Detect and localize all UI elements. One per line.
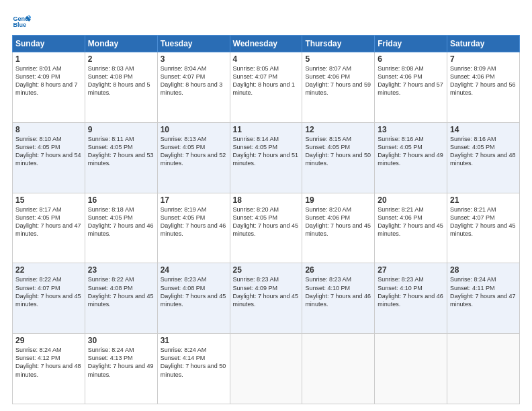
day-number: 10	[161, 125, 227, 134]
calendar-header-monday: Monday	[85, 36, 157, 52]
day-number: 7	[450, 54, 517, 64]
cell-info: Sunrise: 8:05 AMSunset: 4:07 PMDaylight:…	[233, 64, 300, 97]
cell-info: Sunrise: 8:07 AMSunset: 4:06 PMDaylight:…	[305, 64, 371, 97]
cell-info: Sunrise: 8:24 AMSunset: 4:11 PMDaylight:…	[450, 275, 517, 308]
cell-info: Sunrise: 8:22 AMSunset: 4:08 PMDaylight:…	[88, 275, 154, 308]
cell-info: Sunrise: 8:08 AMSunset: 4:06 PMDaylight:…	[378, 64, 444, 97]
calendar-cell: 17Sunrise: 8:19 AMSunset: 4:05 PMDayligh…	[157, 193, 230, 263]
calendar-cell: 14Sunrise: 8:16 AMSunset: 4:05 PMDayligh…	[447, 122, 520, 193]
day-number: 6	[378, 54, 444, 64]
calendar-cell: 18Sunrise: 8:20 AMSunset: 4:05 PMDayligh…	[230, 193, 302, 263]
calendar-header-thursday: Thursday	[302, 36, 375, 52]
cell-info: Sunrise: 8:24 AMSunset: 4:13 PMDaylight:…	[88, 346, 154, 379]
calendar-cell: 7Sunrise: 8:09 AMSunset: 4:06 PMDaylight…	[447, 52, 520, 123]
calendar-cell: 2Sunrise: 8:03 AMSunset: 4:08 PMDaylight…	[85, 52, 157, 123]
calendar-cell: 10Sunrise: 8:13 AMSunset: 4:05 PMDayligh…	[157, 122, 230, 193]
cell-info: Sunrise: 8:10 AMSunset: 4:05 PMDaylight:…	[15, 135, 82, 168]
day-number: 9	[88, 125, 154, 134]
day-number: 29	[15, 336, 82, 345]
calendar-cell: 13Sunrise: 8:16 AMSunset: 4:05 PMDayligh…	[375, 122, 447, 193]
calendar-cell: 5Sunrise: 8:07 AMSunset: 4:06 PMDaylight…	[302, 52, 375, 123]
cell-info: Sunrise: 8:24 AMSunset: 4:14 PMDaylight:…	[161, 346, 227, 379]
calendar-cell	[230, 334, 302, 404]
day-number: 4	[233, 54, 300, 64]
cell-info: Sunrise: 8:18 AMSunset: 4:05 PMDaylight:…	[88, 205, 154, 238]
calendar-cell: 15Sunrise: 8:17 AMSunset: 4:05 PMDayligh…	[13, 193, 85, 263]
cell-info: Sunrise: 8:23 AMSunset: 4:09 PMDaylight:…	[233, 275, 300, 308]
cell-info: Sunrise: 8:04 AMSunset: 4:07 PMDaylight:…	[161, 64, 227, 97]
logo-icon: General Blue	[12, 12, 31, 31]
day-number: 16	[88, 195, 154, 205]
day-number: 30	[88, 336, 154, 345]
cell-info: Sunrise: 8:11 AMSunset: 4:05 PMDaylight:…	[88, 135, 154, 168]
calendar-cell: 24Sunrise: 8:23 AMSunset: 4:08 PMDayligh…	[157, 263, 230, 334]
day-number: 28	[450, 265, 517, 275]
cell-info: Sunrise: 8:01 AMSunset: 4:09 PMDaylight:…	[15, 64, 82, 97]
cell-info: Sunrise: 8:20 AMSunset: 4:05 PMDaylight:…	[233, 205, 300, 238]
cell-info: Sunrise: 8:23 AMSunset: 4:10 PMDaylight:…	[378, 275, 444, 308]
day-number: 13	[378, 125, 444, 134]
cell-info: Sunrise: 8:20 AMSunset: 4:06 PMDaylight:…	[305, 205, 371, 238]
calendar-header-saturday: Saturday	[447, 36, 520, 52]
calendar-cell	[447, 334, 520, 404]
calendar-cell: 9Sunrise: 8:11 AMSunset: 4:05 PMDaylight…	[85, 122, 157, 193]
page: General Blue SundayMondayTuesdayWednesda…	[0, 0, 532, 411]
cell-info: Sunrise: 8:09 AMSunset: 4:06 PMDaylight:…	[450, 64, 517, 97]
cell-info: Sunrise: 8:17 AMSunset: 4:05 PMDaylight:…	[15, 205, 82, 238]
day-number: 3	[161, 54, 227, 64]
calendar-cell: 20Sunrise: 8:21 AMSunset: 4:06 PMDayligh…	[375, 193, 447, 263]
day-number: 1	[15, 54, 82, 64]
calendar-cell: 29Sunrise: 8:24 AMSunset: 4:12 PMDayligh…	[13, 334, 85, 404]
day-number: 18	[233, 195, 300, 205]
calendar-cell: 23Sunrise: 8:22 AMSunset: 4:08 PMDayligh…	[85, 263, 157, 334]
day-number: 8	[15, 125, 82, 134]
cell-info: Sunrise: 8:13 AMSunset: 4:05 PMDaylight:…	[161, 135, 227, 168]
calendar-cell: 6Sunrise: 8:08 AMSunset: 4:06 PMDaylight…	[375, 52, 447, 123]
calendar-cell: 16Sunrise: 8:18 AMSunset: 4:05 PMDayligh…	[85, 193, 157, 263]
day-number: 17	[161, 195, 227, 205]
cell-info: Sunrise: 8:03 AMSunset: 4:08 PMDaylight:…	[88, 64, 154, 97]
day-number: 24	[161, 265, 227, 275]
calendar-cell: 21Sunrise: 8:21 AMSunset: 4:07 PMDayligh…	[447, 193, 520, 263]
calendar-cell: 3Sunrise: 8:04 AMSunset: 4:07 PMDaylight…	[157, 52, 230, 123]
day-number: 5	[305, 54, 371, 64]
cell-info: Sunrise: 8:22 AMSunset: 4:07 PMDaylight:…	[15, 275, 82, 308]
calendar-header-friday: Friday	[375, 36, 447, 52]
header: General Blue	[12, 12, 520, 31]
cell-info: Sunrise: 8:23 AMSunset: 4:08 PMDaylight:…	[161, 275, 227, 308]
calendar-cell: 1Sunrise: 8:01 AMSunset: 4:09 PMDaylight…	[13, 52, 85, 123]
logo: General Blue	[12, 12, 31, 31]
calendar-cell: 26Sunrise: 8:23 AMSunset: 4:10 PMDayligh…	[302, 263, 375, 334]
calendar-cell	[375, 334, 447, 404]
day-number: 27	[378, 265, 444, 275]
calendar-header-wednesday: Wednesday	[230, 36, 302, 52]
calendar-header-row: SundayMondayTuesdayWednesdayThursdayFrid…	[13, 36, 520, 52]
day-number: 31	[161, 336, 227, 345]
cell-info: Sunrise: 8:14 AMSunset: 4:05 PMDaylight:…	[233, 135, 300, 168]
calendar-cell	[302, 334, 375, 404]
day-number: 26	[305, 265, 371, 275]
calendar-header-tuesday: Tuesday	[157, 36, 230, 52]
calendar-week-1: 1Sunrise: 8:01 AMSunset: 4:09 PMDaylight…	[13, 52, 520, 123]
calendar-week-2: 8Sunrise: 8:10 AMSunset: 4:05 PMDaylight…	[13, 122, 520, 193]
calendar-cell: 30Sunrise: 8:24 AMSunset: 4:13 PMDayligh…	[85, 334, 157, 404]
calendar-cell: 12Sunrise: 8:15 AMSunset: 4:05 PMDayligh…	[302, 122, 375, 193]
day-number: 14	[450, 125, 517, 134]
cell-info: Sunrise: 8:24 AMSunset: 4:12 PMDaylight:…	[15, 346, 82, 379]
calendar-table: SundayMondayTuesdayWednesdayThursdayFrid…	[12, 35, 520, 404]
calendar-cell: 27Sunrise: 8:23 AMSunset: 4:10 PMDayligh…	[375, 263, 447, 334]
day-number: 23	[88, 265, 154, 275]
calendar-week-5: 29Sunrise: 8:24 AMSunset: 4:12 PMDayligh…	[13, 334, 520, 404]
cell-info: Sunrise: 8:16 AMSunset: 4:05 PMDaylight:…	[450, 135, 517, 168]
cell-info: Sunrise: 8:23 AMSunset: 4:10 PMDaylight:…	[305, 275, 371, 308]
cell-info: Sunrise: 8:16 AMSunset: 4:05 PMDaylight:…	[378, 135, 444, 168]
calendar-week-4: 22Sunrise: 8:22 AMSunset: 4:07 PMDayligh…	[13, 263, 520, 334]
day-number: 12	[305, 125, 371, 134]
calendar-cell: 8Sunrise: 8:10 AMSunset: 4:05 PMDaylight…	[13, 122, 85, 193]
svg-text:Blue: Blue	[13, 21, 26, 28]
calendar-cell: 25Sunrise: 8:23 AMSunset: 4:09 PMDayligh…	[230, 263, 302, 334]
calendar-header-sunday: Sunday	[13, 36, 85, 52]
calendar-cell: 28Sunrise: 8:24 AMSunset: 4:11 PMDayligh…	[447, 263, 520, 334]
day-number: 21	[450, 195, 517, 205]
cell-info: Sunrise: 8:19 AMSunset: 4:05 PMDaylight:…	[161, 205, 227, 238]
